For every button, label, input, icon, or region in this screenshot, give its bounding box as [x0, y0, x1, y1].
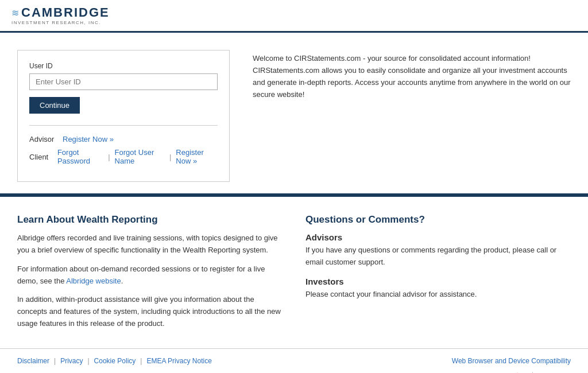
continue-button[interactable]: Continue	[29, 97, 80, 114]
user-id-label: User ID	[29, 62, 218, 70]
logo: ≋ CAMBRIDGE INVESTMENT RESEARCH, INC.	[11, 6, 110, 25]
client-register-link[interactable]: Register Now »	[176, 148, 218, 165]
company-name: CAMBRIDGE	[21, 6, 110, 20]
main-content: User ID Continue Advisor Register Now » …	[0, 33, 588, 193]
logo-waves-icon: ≋	[11, 7, 19, 18]
investors-text: Please contact your financial advisor fo…	[305, 289, 571, 301]
advisors-text: If you have any questions or comments re…	[305, 244, 571, 269]
footer-sep-2: |	[87, 357, 89, 365]
questions-section: Questions or Comments? Advisors If you h…	[305, 214, 571, 337]
learn-paragraph-3: In addition, within-product assistance w…	[17, 294, 283, 329]
client-row: Client Forgot Password | Forgot User Nam…	[29, 148, 218, 165]
learn-paragraph-2: For information about on-demand recorded…	[17, 263, 283, 287]
albridge-website-link[interactable]: Albridge website	[66, 277, 121, 285]
separator-1: |	[108, 153, 110, 161]
footer: Disclaimer | Privacy | Cookie Policy | E…	[0, 348, 588, 373]
client-forgot-username-link[interactable]: Forgot User Name	[115, 148, 165, 165]
advisors-heading: Advisors	[305, 232, 571, 242]
footer-sep-1: |	[54, 357, 56, 365]
login-links-section: Advisor Register Now » Client Forgot Pas…	[29, 135, 218, 165]
disclaimer-link[interactable]: Disclaimer	[17, 357, 49, 365]
footer-bottom: Release 27.1.0.0 © 2020 cirstatements.co…	[17, 370, 571, 373]
separator-2: |	[169, 153, 171, 161]
advisor-row: Advisor Register Now »	[29, 135, 218, 143]
login-form-section: User ID Continue	[29, 62, 218, 126]
learn-paragraph-2-start: For information about on-demand recorded…	[17, 265, 265, 285]
company-sub: INVESTMENT RESEARCH, INC.	[11, 20, 110, 25]
emea-privacy-link[interactable]: EMEA Privacy Notice	[146, 357, 211, 365]
footer-links-row: Disclaimer | Privacy | Cookie Policy | E…	[17, 357, 571, 365]
advisor-label: Advisor	[29, 135, 58, 143]
investors-heading: Investors	[305, 277, 571, 286]
welcome-text: Welcome to CIRStatements.com - your sour…	[253, 50, 571, 182]
footer-sep-3: |	[140, 357, 142, 365]
privacy-link[interactable]: Privacy	[60, 357, 83, 365]
learn-paragraph-1: Albridge offers recorded and live traini…	[17, 232, 283, 257]
login-box: User ID Continue Advisor Register Now » …	[17, 50, 230, 182]
learn-title: Learn About Wealth Reporting	[17, 214, 283, 226]
header: ≋ CAMBRIDGE INVESTMENT RESEARCH, INC.	[0, 0, 588, 33]
footer-meta: Release 27.1.0.0 © 2020 cirstatements.co…	[17, 371, 157, 373]
browser-compat-link[interactable]: Web Browser and Device Compatibility	[452, 357, 571, 365]
info-section: Learn About Wealth Reporting Albridge of…	[0, 197, 588, 348]
cookie-policy-link[interactable]: Cookie Policy	[94, 357, 136, 365]
client-label: Client	[29, 153, 53, 161]
advisor-register-link[interactable]: Register Now »	[63, 135, 114, 143]
user-id-input[interactable]	[29, 73, 218, 90]
learn-paragraph-2-end: .	[121, 277, 123, 285]
learn-section: Learn About Wealth Reporting Albridge of…	[17, 214, 283, 337]
client-forgot-password-link[interactable]: Forgot Password	[57, 148, 103, 165]
release-version: Release 27.1.0.0	[17, 371, 157, 373]
footer-links-left: Disclaimer | Privacy | Cookie Policy | E…	[17, 357, 212, 365]
questions-title: Questions or Comments?	[305, 214, 571, 226]
